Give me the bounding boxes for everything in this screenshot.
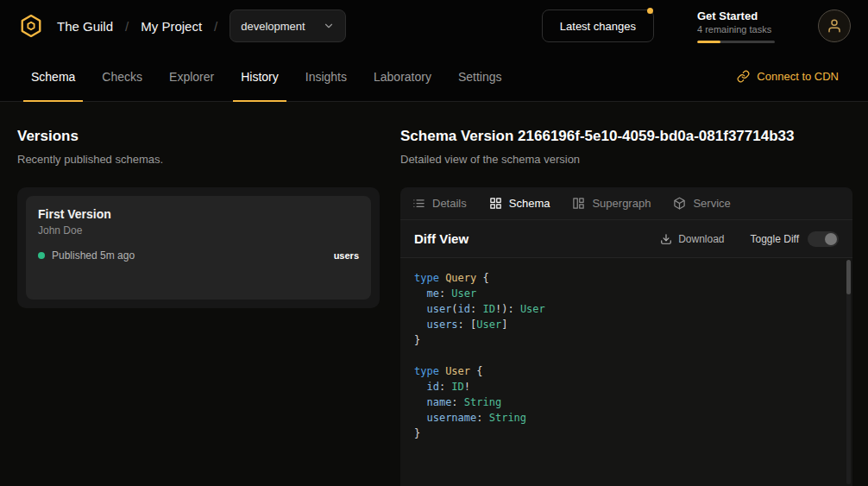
tab-schema[interactable]: Schema (31, 52, 75, 101)
code-line: } (414, 426, 839, 441)
code-line: username: String (414, 410, 839, 426)
version-detail-card: Details Schema Supergraph (400, 187, 852, 486)
latest-changes-button[interactable]: Latest changes (542, 9, 654, 42)
code-scrollbar[interactable] (846, 260, 851, 484)
diff-view-header: Diff View Download Toggle Diff (400, 220, 852, 258)
target-nav: Schema Checks Explorer History Insights … (0, 52, 868, 102)
breadcrumb-project[interactable]: My Project (141, 19, 202, 34)
person-icon (827, 18, 842, 34)
toggle-diff-label: Toggle Diff (751, 233, 799, 245)
columns-icon (572, 197, 585, 210)
code-line: user(id: ID!): User (414, 301, 839, 317)
tab-details-label: Details (432, 197, 467, 210)
code-line: users: [User] (414, 317, 839, 332)
diff-view-actions: Download Toggle Diff (660, 231, 839, 247)
app-root: The Guild / My Project / development Lat… (0, 0, 868, 486)
code-line: name: String (414, 394, 839, 410)
code-line: type Query { (414, 270, 839, 286)
code-line: type User { (414, 363, 839, 379)
main-content: Versions Recently published schemas. Fir… (0, 102, 868, 486)
tab-insights[interactable]: Insights (305, 52, 347, 101)
get-started-title: Get Started (697, 9, 775, 23)
versions-subtitle: Recently published schemas. (17, 153, 380, 167)
list-icon (412, 197, 425, 210)
tab-service-label: Service (693, 197, 730, 210)
download-label: Download (678, 233, 724, 245)
hive-logo-icon[interactable] (17, 12, 45, 40)
notification-dot (647, 8, 653, 14)
versions-panel: Versions Recently published schemas. Fir… (0, 102, 400, 486)
tab-schema-view-label: Schema (509, 197, 550, 210)
version-detail-subtitle: Detailed view of the schema version (400, 153, 852, 167)
tab-settings[interactable]: Settings (458, 52, 502, 101)
versions-title: Versions (17, 128, 380, 145)
version-detail-panel: Schema Version 2166196f-5e10-4059-bd0a-0… (400, 102, 868, 486)
get-started-widget[interactable]: Get Started 4 remaining tasks (697, 9, 775, 43)
link-icon (737, 70, 750, 83)
tab-supergraph[interactable]: Supergraph (572, 197, 651, 210)
version-service-badge: users (334, 250, 359, 261)
grid-icon (489, 197, 502, 210)
download-icon (660, 233, 672, 245)
breadcrumb-org[interactable]: The Guild (57, 19, 113, 34)
version-list-item[interactable]: First Version John Doe Published 5m ago … (26, 196, 371, 300)
top-header: The Guild / My Project / development Lat… (0, 0, 868, 52)
connect-to-cdn-label: Connect to CDN (757, 70, 839, 83)
code-block: type Query { me: User user(id: ID!): Use… (400, 258, 852, 453)
version-status: Published 5m ago (52, 249, 135, 262)
tab-history[interactable]: History (241, 52, 279, 101)
connect-to-cdn-link[interactable]: Connect to CDN (737, 52, 839, 101)
detail-tabs: Details Schema Supergraph (400, 187, 852, 220)
get-started-subtitle: 4 remaining tasks (697, 23, 775, 35)
tab-supergraph-label: Supergraph (592, 197, 651, 210)
tab-schema-view[interactable]: Schema (489, 197, 550, 210)
version-status-row: Published 5m ago users (38, 249, 359, 262)
code-line (414, 348, 839, 363)
tab-laboratory[interactable]: Laboratory (374, 52, 431, 101)
breadcrumb-separator: / (125, 19, 129, 34)
user-avatar[interactable] (818, 9, 851, 42)
latest-changes-label: Latest changes (560, 20, 636, 33)
nav-tabs: Schema Checks Explorer History Insights … (31, 52, 502, 101)
box-icon (673, 197, 686, 210)
version-name: First Version (38, 207, 359, 221)
version-author: John Doe (38, 224, 359, 237)
breadcrumb-separator: / (214, 19, 217, 34)
versions-card: First Version John Doe Published 5m ago … (17, 187, 380, 308)
environment-select[interactable]: development (230, 9, 345, 42)
code-scrollbar-thumb[interactable] (846, 260, 851, 294)
header-actions: Latest changes Get Started 4 remaining t… (542, 9, 851, 43)
tab-details[interactable]: Details (412, 197, 467, 210)
chevron-down-icon (323, 20, 335, 32)
diff-view-title: Diff View (414, 231, 469, 246)
tab-service[interactable]: Service (673, 197, 730, 210)
get-started-progress-track (697, 41, 775, 43)
tab-explorer[interactable]: Explorer (169, 52, 214, 101)
environment-select-value: development (241, 20, 305, 33)
download-button[interactable]: Download (660, 233, 724, 245)
toggle-knob (825, 233, 837, 245)
tab-checks[interactable]: Checks (102, 52, 142, 101)
code-line: me: User (414, 286, 839, 301)
published-status-dot (38, 252, 45, 259)
version-detail-title: Schema Version 2166196f-5e10-4059-bd0a-0… (400, 128, 852, 145)
code-line: } (414, 332, 839, 348)
get-started-progress-fill (697, 41, 720, 43)
code-line: id: ID! (414, 379, 839, 394)
code-viewer: type Query { me: User user(id: ID!): Use… (400, 258, 852, 486)
toggle-diff-switch[interactable] (808, 231, 839, 247)
